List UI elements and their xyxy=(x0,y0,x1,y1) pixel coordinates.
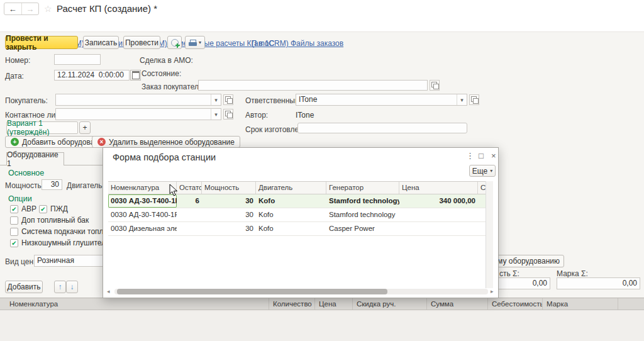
cell-power[interactable]: 30 xyxy=(202,208,256,221)
column-header-nomenclature[interactable]: Номенклатура xyxy=(0,298,269,310)
date-field[interactable]: 12.11.2024 0:00:00 xyxy=(54,70,130,81)
back-icon[interactable]: ← xyxy=(4,3,21,14)
responsible-combo[interactable]: ITone ▾ xyxy=(296,94,467,106)
lead-time-field[interactable] xyxy=(297,123,467,133)
add-icon: + xyxy=(11,138,19,146)
checkbox-avr[interactable]: ✔ АВР xyxy=(10,204,36,213)
power-field[interactable]: 30 xyxy=(42,179,62,190)
customer-order-open-button[interactable] xyxy=(430,80,440,91)
power-label: Мощность: xyxy=(5,181,43,190)
items-table-body xyxy=(0,310,644,341)
cell-price[interactable] xyxy=(399,222,478,235)
cell-power[interactable]: 30 xyxy=(202,194,256,208)
buyer-open-button[interactable] xyxy=(223,94,233,105)
chevron-down-icon[interactable]: ▾ xyxy=(457,94,467,105)
cell-price[interactable] xyxy=(399,208,478,221)
column-header-cost[interactable]: Себестоимость xyxy=(488,298,543,310)
table-row[interactable]: 0030 АД-30-Т400-1Р... 30 Kofo Stamford t… xyxy=(108,208,491,222)
buyer-combo[interactable]: ▾ xyxy=(55,94,221,106)
column-header-power[interactable]: Мощность xyxy=(202,182,256,194)
delete-icon: × xyxy=(97,138,106,146)
create-based-on-button[interactable] xyxy=(167,36,182,49)
print-button[interactable]: ▾ xyxy=(185,36,205,49)
post-and-close-button[interactable]: Провести и закрыть xyxy=(5,36,78,49)
create-based-on-icon xyxy=(171,39,179,47)
tab-amocrm-order-files[interactable]: (amoCRM) Файлы заказов xyxy=(252,39,343,48)
chevron-down-icon[interactable]: ▾ xyxy=(211,109,221,120)
cell-nomenclature[interactable]: 0030 АД-30-Т400-1Р... xyxy=(108,208,177,221)
cell-engine[interactable]: Kofo xyxy=(256,222,326,235)
cell-stock[interactable]: 6 xyxy=(177,194,202,208)
responsible-open-button[interactable] xyxy=(469,94,479,105)
table-row[interactable]: 0030 АД-30-Т400-1Р... 6 30 Kofo Stamford… xyxy=(108,194,491,208)
save-button[interactable]: Записать xyxy=(83,36,119,49)
move-down-button[interactable]: ↓ xyxy=(66,281,78,293)
column-header-generator[interactable]: Генератор xyxy=(326,182,399,194)
margin-total-field[interactable]: 0,00 xyxy=(557,277,640,289)
checkbox-fuel-pump-system[interactable]: ✔ Система подкачки топлива xyxy=(10,227,116,236)
open-link-icon xyxy=(471,96,477,102)
post-button[interactable]: Провести xyxy=(123,36,160,49)
horizontal-scrollbar-thumb[interactable] xyxy=(117,289,387,294)
column-header-engine[interactable]: Двигатель xyxy=(256,182,326,194)
scroll-right-icon[interactable]: ▸ xyxy=(491,288,494,294)
move-up-button[interactable]: ↑ xyxy=(54,281,66,293)
cell-generator[interactable]: Casper Power xyxy=(326,222,399,235)
equipment-tab[interactable]: Оборудование 1 xyxy=(6,152,64,165)
responsible-label: Ответственный: xyxy=(245,96,301,105)
price-type-combo[interactable]: Розничная xyxy=(34,255,113,267)
scroll-left-icon[interactable]: ◂ xyxy=(107,288,110,294)
checkbox-low-noise-muffler[interactable]: ✔ Низкошумный глушитель xyxy=(10,238,109,247)
column-header-nomenclature[interactable]: Номенклатура xyxy=(108,182,177,194)
contact-value xyxy=(56,109,211,120)
number-field[interactable] xyxy=(54,54,101,65)
checkbox-label: АВР xyxy=(21,204,36,213)
delete-equipment-button[interactable]: × Удалить выделенное оборудование xyxy=(92,136,240,148)
number-label: Номер: xyxy=(5,56,30,65)
date-picker-button[interactable] xyxy=(130,70,141,81)
variant-tab[interactable]: Вариант 1 (утверждён) xyxy=(6,121,78,134)
column-header-sum[interactable]: Сумма xyxy=(427,298,488,310)
cell-nomenclature[interactable]: 0030 Дизельная эле... xyxy=(108,222,177,235)
close-icon[interactable]: × xyxy=(491,151,496,160)
margin-total-label: Марка Σ: xyxy=(557,269,588,278)
table-row[interactable]: 0030 Дизельная эле... 30 Kofo Casper Pow… xyxy=(108,222,491,236)
cell-generator[interactable]: Stamford technology xyxy=(326,208,399,221)
maximize-icon[interactable]: □ xyxy=(479,151,484,160)
contact-combo[interactable]: ▾ xyxy=(55,108,221,120)
column-header-manual-discount[interactable]: Скидка руч. xyxy=(353,298,427,310)
checkbox-extra-fuel-tank[interactable]: ✔ Доп топливный бак xyxy=(10,216,89,225)
cell-engine[interactable]: Kofo xyxy=(256,194,326,208)
column-header-price[interactable]: Цена xyxy=(399,182,478,194)
items-table-header: Номенклатура Количество Цена Скидка руч.… xyxy=(0,298,644,310)
cell-engine[interactable]: Kofo xyxy=(256,208,326,221)
forward-icon[interactable]: → xyxy=(21,3,39,14)
state-label: Состояние: xyxy=(142,69,181,78)
window-titlebar: ← → ☆ Расчет КП (создание) * xyxy=(0,0,644,18)
cell-stock[interactable] xyxy=(177,208,202,221)
column-header-stock[interactable]: Остаток xyxy=(177,182,202,194)
customer-order-field[interactable] xyxy=(198,80,428,91)
cell-generator[interactable]: Stamford technology xyxy=(326,194,399,208)
author-label: Автор: xyxy=(245,111,268,120)
delete-equipment-label: Удалить выделенное оборудование xyxy=(109,138,235,147)
favorite-star-icon[interactable]: ☆ xyxy=(44,4,52,14)
checkbox-icon: ✔ xyxy=(10,239,18,247)
add-variant-button[interactable]: + xyxy=(79,121,91,134)
vertical-scrollbar[interactable] xyxy=(486,181,493,288)
cell-stock[interactable] xyxy=(177,222,202,235)
column-header-brand[interactable]: Марка xyxy=(543,298,618,310)
nav-group: ← → xyxy=(4,3,39,15)
column-header-quantity[interactable]: Количество xyxy=(269,298,315,310)
add-row-button[interactable]: Добавить xyxy=(5,281,43,293)
kebab-menu-icon[interactable]: ⋮ xyxy=(466,151,474,160)
chevron-down-icon[interactable]: ▾ xyxy=(211,94,221,105)
checkbox-label: Доп топливный бак xyxy=(21,216,89,225)
cell-price[interactable]: 340 000,00 xyxy=(399,194,478,208)
checkbox-pzhd[interactable]: ✔ ПЖД xyxy=(39,204,68,213)
cell-power[interactable]: 30 xyxy=(202,222,256,235)
contact-open-button[interactable] xyxy=(223,109,233,120)
more-button[interactable]: Еще ▾ xyxy=(469,165,496,177)
column-header-price[interactable]: Цена xyxy=(315,298,353,310)
cell-nomenclature[interactable]: 0030 АД-30-Т400-1Р... xyxy=(108,194,177,208)
